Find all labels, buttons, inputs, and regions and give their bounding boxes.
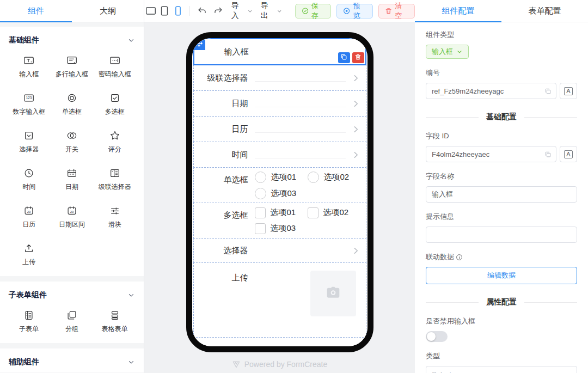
- preview-button[interactable]: 预览: [336, 4, 373, 19]
- canvas[interactable]: 输入框级联选择器日期日历时间单选框选项01选项02选项03多选框选项01选项02…: [144, 22, 415, 373]
- copy-icon[interactable]: [544, 88, 552, 95]
- section-title: 基础组件: [9, 35, 39, 45]
- component-item-slider[interactable]: 滑块: [93, 198, 136, 235]
- field-name-input[interactable]: [426, 186, 577, 203]
- section-header[interactable]: 基础组件: [8, 32, 136, 47]
- form-field-nav[interactable]: 日期: [193, 90, 366, 117]
- form-field-nav[interactable]: 日历: [193, 116, 366, 142]
- move-handle[interactable]: [193, 38, 205, 50]
- option-item[interactable]: 选项01: [255, 207, 308, 218]
- component-item-group[interactable]: 分组: [51, 302, 94, 340]
- component-item-checkbox[interactable]: 多选框: [93, 85, 136, 123]
- hint-input[interactable]: [426, 227, 577, 243]
- save-button[interactable]: 保存: [295, 4, 332, 19]
- component-item-input[interactable]: 输入框: [8, 47, 51, 85]
- undo-icon[interactable]: [196, 4, 209, 17]
- component-item-switch[interactable]: 开关: [51, 123, 94, 160]
- camera-icon: [324, 283, 342, 304]
- variable-button[interactable]: A: [560, 83, 577, 99]
- component-type-tag[interactable]: 输入框: [426, 45, 469, 59]
- component-item-label: 评分: [108, 145, 121, 154]
- option-item[interactable]: 选项02: [308, 207, 360, 218]
- copy-icon[interactable]: [544, 151, 552, 158]
- component-item-daterange[interactable]: 29日期区间: [51, 198, 94, 235]
- radio-icon: [66, 92, 78, 104]
- option-item[interactable]: 选项03: [255, 188, 308, 199]
- clear-button[interactable]: 清空: [378, 4, 415, 19]
- component-item-select[interactable]: 选择器: [8, 123, 51, 160]
- upload-area[interactable]: [310, 271, 356, 316]
- device-mobile-icon[interactable]: [171, 4, 185, 18]
- ref-input[interactable]: [426, 83, 556, 99]
- chevron-right-icon: [351, 99, 360, 108]
- option-label: 选项02: [323, 207, 349, 218]
- component-item-textarea[interactable]: 多行输入框: [51, 47, 94, 85]
- component-item-label: 日期区间: [59, 220, 85, 229]
- checkbox-box-icon[interactable]: [255, 223, 266, 234]
- field-id-input[interactable]: [426, 146, 556, 162]
- chevron-down-icon[interactable]: [127, 36, 135, 44]
- form-field-nav[interactable]: 级联选择器: [193, 65, 366, 91]
- form-field-radio[interactable]: 单选框选项01选项02选项03: [193, 167, 366, 203]
- tab-components[interactable]: 组件: [0, 0, 72, 22]
- component-item-cascader[interactable]: 级联选择器: [93, 160, 136, 198]
- right-tabs: 组件配置 表单配置: [415, 0, 588, 22]
- time-icon: [23, 167, 35, 179]
- tab-component-config[interactable]: 组件配置: [415, 0, 501, 22]
- cascader-icon: [109, 167, 121, 179]
- variable-button[interactable]: A: [560, 146, 577, 162]
- form-field-nav[interactable]: 时间: [193, 142, 366, 168]
- import-dropdown[interactable]: 导入: [231, 1, 253, 21]
- left-panel: 组件 大纲 基础组件输入框多行输入框密码输入框123数字输入框单选框多选框选择器…: [0, 0, 144, 373]
- export-dropdown[interactable]: 导出: [261, 1, 283, 21]
- section-header[interactable]: 子表单组件: [8, 287, 136, 302]
- checkbox-box-icon[interactable]: [255, 207, 266, 218]
- component-item-label: 开关: [65, 145, 78, 154]
- component-item-password[interactable]: 密码输入框: [93, 47, 136, 85]
- chevron-down-icon[interactable]: [127, 291, 135, 299]
- component-item-radio[interactable]: 单选框: [51, 85, 94, 123]
- disable-label: 是否禁用输入框: [426, 316, 577, 326]
- component-type-label: 组件类型: [426, 30, 577, 40]
- component-item-date[interactable]: 日期: [51, 160, 94, 198]
- form-field-checkbox[interactable]: 多选框选项01选项02选项03: [193, 203, 366, 239]
- tab-form-config[interactable]: 表单配置: [501, 0, 588, 22]
- edit-data-button[interactable]: 编辑数据: [426, 267, 577, 284]
- component-item-number[interactable]: 123数字输入框: [8, 85, 51, 123]
- chevron-down-icon[interactable]: [127, 358, 135, 366]
- form-field-nav[interactable]: 选择器: [193, 238, 366, 263]
- component-item-time[interactable]: 时间: [8, 160, 51, 198]
- form-field-input[interactable]: 输入框: [193, 38, 366, 65]
- component-item-calendar[interactable]: 29日历: [8, 198, 51, 235]
- component-item-rate[interactable]: 评分: [93, 123, 136, 160]
- section-header[interactable]: 辅助组件: [8, 354, 136, 369]
- option-item[interactable]: 选项01: [255, 172, 308, 183]
- chevron-down-icon: [247, 8, 253, 14]
- delete-field-button[interactable]: [352, 52, 364, 63]
- component-item-subform[interactable]: 子表单: [8, 302, 51, 340]
- radio-circle-icon[interactable]: [255, 188, 266, 199]
- component-item-label: 多选框: [105, 107, 125, 117]
- type-select[interactable]: [426, 366, 577, 373]
- radio-circle-icon[interactable]: [255, 172, 266, 183]
- device-tablet-icon[interactable]: [158, 4, 171, 18]
- toolbar: 导入 导出 保存 预览 清空: [144, 0, 415, 22]
- radio-circle-icon[interactable]: [308, 172, 319, 183]
- copy-field-button[interactable]: [338, 52, 350, 63]
- component-item-tableform[interactable]: 表格表单: [93, 302, 136, 340]
- option-item[interactable]: 选项03: [255, 223, 308, 234]
- calendar-icon: 29: [23, 205, 35, 217]
- form-field-upload[interactable]: 上传: [193, 262, 366, 338]
- tab-outline[interactable]: 大纲: [72, 0, 144, 22]
- checkbox-box-icon[interactable]: [308, 207, 318, 218]
- device-desktop-icon[interactable]: [144, 4, 158, 18]
- tableform-icon: [109, 309, 121, 321]
- option-label: 选项02: [324, 172, 350, 182]
- redo-icon[interactable]: [212, 4, 224, 17]
- component-item-upload[interactable]: 上传: [8, 235, 51, 273]
- option-list: 选项01选项02选项03: [255, 172, 360, 199]
- option-item[interactable]: 选项02: [308, 172, 360, 183]
- disable-toggle[interactable]: [426, 331, 448, 342]
- component-item-label: 单选框: [62, 107, 82, 117]
- field-value: [255, 125, 360, 134]
